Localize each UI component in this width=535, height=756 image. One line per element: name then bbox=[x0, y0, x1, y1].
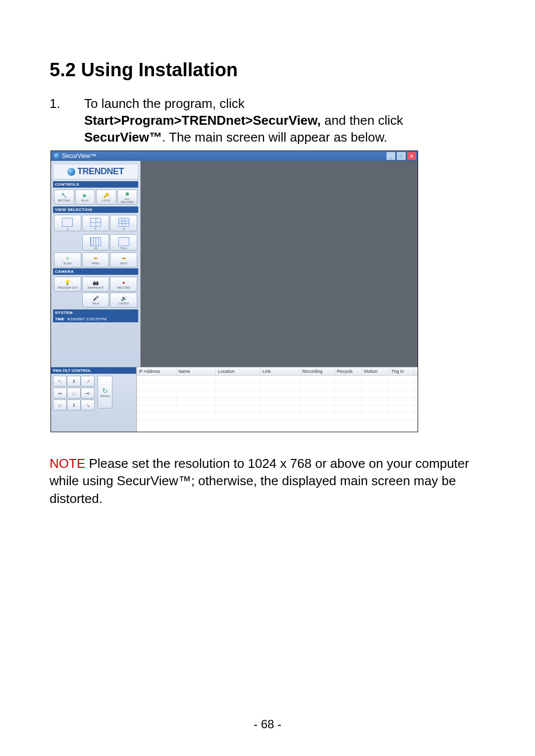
step-path: Start>Program>TRENDnet>SecurView, bbox=[84, 113, 321, 128]
table-header: IP Address Name Location Link Recording … bbox=[137, 367, 418, 376]
trigger-button[interactable]: 💡TRIGGER OUT bbox=[54, 277, 81, 292]
trigger-label: TRIGGER OUT bbox=[57, 286, 78, 289]
record-button[interactable]: ●RECORD bbox=[110, 277, 137, 292]
play-icon: ▶ bbox=[82, 193, 88, 199]
sidebar: TRENDNET CONTROLS 🔧SETTING ▶PLAY 🔑LOCK ⏺… bbox=[51, 161, 141, 367]
next-button[interactable]: ➡NEXT bbox=[110, 252, 137, 267]
brand-globe-icon bbox=[67, 168, 75, 176]
step-text: To launch the program, click Start>Progr… bbox=[84, 96, 403, 146]
table-row[interactable] bbox=[137, 405, 418, 413]
record-icon: ● bbox=[121, 280, 127, 286]
app-icon bbox=[54, 153, 60, 159]
minimize-button[interactable]: _ bbox=[386, 151, 396, 160]
col-recycle[interactable]: Recycle bbox=[335, 367, 362, 375]
talk-label: TALK bbox=[92, 302, 100, 305]
speaker-icon: 🔊 bbox=[121, 296, 127, 302]
ptc-downleft-button[interactable]: ↙ bbox=[53, 400, 67, 410]
col-link[interactable]: Link bbox=[261, 367, 300, 375]
lock-button[interactable]: 🔑LOCK bbox=[96, 190, 116, 204]
grid9-icon bbox=[118, 218, 129, 227]
view-16-button[interactable]: 16 bbox=[82, 234, 109, 251]
system-time-row: TIME 8/15/2007 3:25:29 PM bbox=[53, 316, 138, 322]
setting-label: SETTING bbox=[57, 199, 70, 202]
listen-label: LISTEN bbox=[118, 302, 129, 305]
play-label: PLAY bbox=[81, 199, 89, 202]
view-9-label: 9 bbox=[123, 227, 124, 230]
arrow-right-icon: ➡ bbox=[121, 255, 127, 261]
system-header: SYSTEM bbox=[53, 309, 138, 316]
view-full-label: FULL bbox=[120, 247, 127, 250]
time-label: TIME bbox=[55, 317, 64, 321]
step-number: 1. bbox=[50, 96, 84, 146]
controls-header: CONTROLS bbox=[53, 181, 138, 188]
camera-icon: 📷 bbox=[93, 280, 99, 286]
ptc-downright-button[interactable]: ↘ bbox=[81, 400, 95, 410]
ptc-right-button[interactable]: ➡ bbox=[81, 388, 95, 399]
ptc-upleft-button[interactable]: ↖ bbox=[53, 376, 67, 387]
pan-tilt-header: PAN-TILT CONTROL bbox=[51, 367, 136, 374]
lock-label: LOCK bbox=[102, 199, 110, 202]
col-name[interactable]: Name bbox=[176, 367, 216, 375]
prev-label: PREV bbox=[92, 262, 100, 265]
col-recording[interactable]: Recording bbox=[300, 367, 335, 375]
snapshot-button[interactable]: 📷SNAPSHOT bbox=[82, 277, 109, 292]
ptc-left-button[interactable]: ⬅ bbox=[53, 388, 67, 399]
grid4-icon bbox=[90, 218, 101, 227]
scan-label: SCAN bbox=[63, 262, 72, 265]
ptc-upright-button[interactable]: ↗ bbox=[81, 376, 95, 387]
view-4-button[interactable]: 4 bbox=[82, 215, 109, 231]
view-9-button[interactable]: 9 bbox=[110, 215, 137, 231]
time-value: 8/15/2007 3:25:29 PM bbox=[67, 317, 107, 321]
ptc-down-button[interactable]: ⬇ bbox=[67, 400, 81, 410]
ptc-home-button[interactable]: ⌂ bbox=[67, 388, 81, 399]
col-location[interactable]: Location bbox=[216, 367, 261, 375]
play-button[interactable]: ▶PLAY bbox=[75, 190, 96, 204]
record-all-icon: ⏺ bbox=[124, 191, 130, 197]
all-record-button[interactable]: ⏺ALL RECORD bbox=[117, 190, 138, 204]
page-number: - 68 - bbox=[0, 717, 535, 731]
note-text: Please set the resolution to 1024 x 768 … bbox=[50, 456, 469, 505]
window-title: SecurView™ bbox=[62, 152, 96, 159]
ptc-up-button[interactable]: ⬆ bbox=[67, 376, 81, 387]
wrench-icon: 🔧 bbox=[61, 193, 67, 199]
maximize-button[interactable]: □ bbox=[396, 151, 406, 160]
setting-button[interactable]: 🔧SETTING bbox=[54, 190, 74, 204]
camera-table: IP Address Name Location Link Recording … bbox=[137, 367, 418, 432]
brand-logo: TRENDNET bbox=[53, 164, 138, 179]
app-screenshot: SecurView™ _ □ ✕ TRENDNET CONTROLS 🔧SETT… bbox=[51, 151, 418, 432]
grid16-icon bbox=[90, 237, 101, 246]
table-row[interactable] bbox=[137, 383, 418, 391]
table-row[interactable] bbox=[137, 398, 418, 405]
key-icon: 🔑 bbox=[103, 193, 109, 199]
scan-button[interactable]: ≡SCAN bbox=[54, 252, 81, 267]
col-motion[interactable]: Motion bbox=[362, 367, 389, 375]
col-ip[interactable]: IP Address bbox=[137, 367, 176, 375]
talk-button[interactable]: 🎤TALK bbox=[82, 293, 109, 307]
table-row[interactable] bbox=[137, 376, 418, 383]
grid1-icon bbox=[62, 218, 73, 227]
note-block: NOTE Please set the resolution to 1024 x… bbox=[50, 455, 485, 507]
view-1-button[interactable]: 1 bbox=[54, 215, 81, 231]
swing-label: SWING bbox=[100, 395, 110, 398]
titlebar: SecurView™ _ □ ✕ bbox=[51, 151, 418, 161]
close-button[interactable]: ✕ bbox=[407, 151, 417, 160]
view-full-button[interactable]: FULL bbox=[110, 234, 137, 251]
table-row[interactable] bbox=[137, 391, 418, 398]
scan-icon: ≡ bbox=[64, 255, 70, 261]
listen-button[interactable]: 🔊LISTEN bbox=[110, 293, 137, 307]
full-icon bbox=[118, 237, 129, 246]
step-after-path: and then click bbox=[321, 113, 403, 128]
view-4-label: 4 bbox=[95, 227, 96, 230]
video-grid-area bbox=[141, 161, 418, 367]
col-trig[interactable]: Trig In bbox=[389, 367, 414, 375]
table-row[interactable] bbox=[137, 413, 418, 420]
mic-icon: 🎤 bbox=[93, 296, 99, 302]
swing-button[interactable]: ↻SWING bbox=[98, 376, 112, 408]
step-line1: To launch the program, click bbox=[84, 96, 245, 111]
snapshot-label: SNAPSHOT bbox=[87, 286, 104, 289]
brand-text: TRENDNET bbox=[77, 166, 124, 177]
prev-button[interactable]: ⬅PREV bbox=[82, 252, 109, 267]
camera-header: CAMERA bbox=[53, 268, 138, 275]
view-1-label: 1 bbox=[67, 227, 68, 230]
view-header: VIEW SELECTION bbox=[53, 206, 138, 213]
